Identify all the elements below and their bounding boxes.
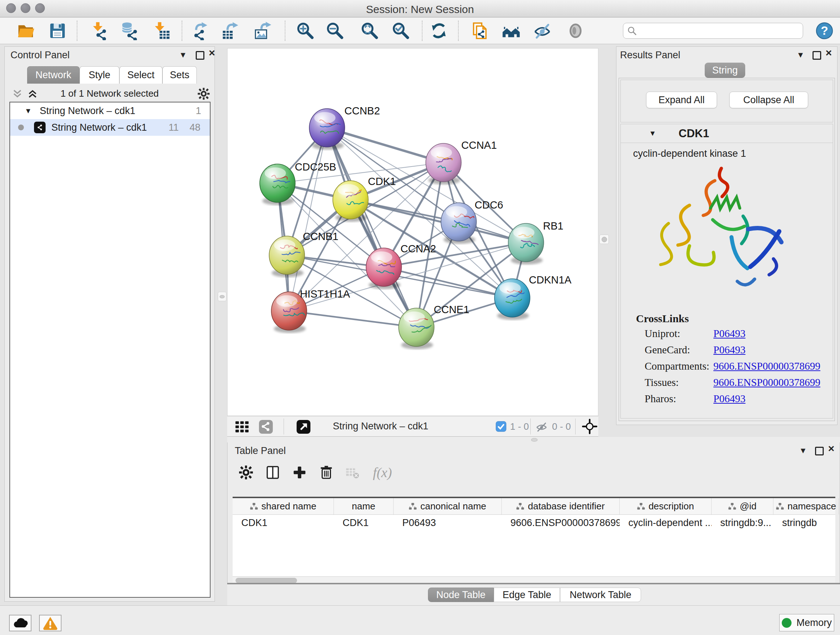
tree-expand-icon[interactable]: ▼ [25, 107, 32, 115]
table-gear-icon[interactable] [237, 463, 255, 481]
zoom-in-icon[interactable] [295, 20, 316, 41]
refresh-icon[interactable] [428, 20, 449, 41]
export-image-icon[interactable] [252, 20, 273, 41]
cell-namespace[interactable]: stringdb [774, 515, 839, 531]
tab-sets[interactable]: Sets [163, 66, 197, 84]
right-splitter-handle[interactable] [600, 234, 609, 244]
crosslink-link[interactable]: 9606.ENSP00000378699 [714, 360, 821, 372]
node-CDC6[interactable] [441, 203, 477, 244]
tab-network-table[interactable]: Network Table [560, 587, 641, 602]
detach-view-icon[interactable] [296, 419, 311, 434]
node-CCNA2[interactable] [366, 248, 401, 289]
node-CCNB1[interactable] [269, 236, 305, 277]
column-header-database-identifier[interactable]: database identifier [502, 498, 620, 515]
zoom-fit-icon[interactable] [359, 20, 380, 41]
homes-icon[interactable] [501, 20, 522, 41]
string-network-graph[interactable]: CCNB2CCNA1CDC25BCDK1CDC6RB1CCNB1CCNA2CDK… [227, 49, 598, 416]
edge-HIST1H1A-CCNE1[interactable] [289, 311, 416, 327]
node-CDKN1A[interactable] [494, 279, 530, 320]
left-splitter-handle[interactable] [218, 292, 226, 301]
cell-name[interactable]: CDK1 [334, 515, 393, 531]
function-builder-icon: f(x) [368, 463, 397, 481]
crosslink-link[interactable]: P06493 [714, 328, 745, 340]
column-header-canonical-name[interactable]: canonical name [393, 498, 502, 515]
birds-eye-view-icon[interactable] [234, 419, 249, 434]
collapse-all-button[interactable]: Collapse All [729, 92, 808, 108]
export-network-icon[interactable] [190, 20, 211, 41]
node-CDK1[interactable] [333, 181, 368, 222]
scrollbar-thumb[interactable] [235, 578, 297, 583]
tab-edge-table[interactable]: Edge Table [494, 587, 560, 602]
export-table-icon[interactable] [219, 20, 240, 41]
close-panel-icon[interactable]: × [826, 48, 832, 57]
node-label-CDC6: CDC6 [475, 199, 503, 211]
node-CCNA1[interactable] [426, 143, 461, 185]
search-input[interactable] [637, 25, 803, 36]
cell-shared-name[interactable]: CDK1 [233, 515, 334, 531]
edge-CCNB2-CCNA1[interactable] [327, 128, 444, 163]
column-header--id[interactable]: @id [712, 498, 774, 515]
network-row-selected[interactable]: String Network – cdk1 11 48 [10, 119, 210, 136]
tab-select[interactable]: Select [119, 66, 163, 84]
section-collapse-icon[interactable]: ▼ [649, 129, 656, 138]
document-share-icon[interactable] [470, 20, 491, 41]
node-CDC25B[interactable] [260, 164, 295, 205]
crosslink-link[interactable]: P06493 [714, 393, 745, 405]
import-table-icon[interactable] [151, 20, 172, 41]
expand-all-button[interactable]: Expand All [646, 92, 717, 108]
column-header-shared-name[interactable]: shared name [233, 498, 334, 515]
help-icon[interactable]: ? [814, 20, 835, 41]
tab-style[interactable]: Style [80, 66, 119, 84]
maximize-panel-icon[interactable] [196, 51, 204, 60]
tab-string[interactable]: String [705, 63, 745, 78]
cell-database-identifier[interactable]: 9606.ENSP00000378699 [502, 515, 620, 531]
delete-column-icon[interactable] [317, 463, 335, 481]
selected-checkbox-icon[interactable] [496, 421, 507, 432]
cell-description[interactable]: cyclin-dependent ... [620, 515, 712, 531]
gray-eye-icon[interactable] [565, 20, 586, 41]
column-header-name[interactable]: name [334, 498, 393, 515]
float-panel-icon[interactable]: ▼ [797, 50, 805, 60]
column-header-namespace[interactable]: namespace [774, 498, 839, 515]
edge-CCNB2-HIST1H1A[interactable] [289, 128, 327, 311]
tab-node-table[interactable]: Node Table [428, 587, 494, 602]
horizontal-splitter[interactable] [227, 437, 840, 442]
maximize-panel-icon[interactable] [813, 51, 821, 60]
network-view-canvas[interactable]: CCNB2CCNA1CDC25BCDK1CDC6RB1CCNB1CCNA2CDK… [227, 48, 598, 416]
hide-eye-icon[interactable] [532, 20, 553, 41]
crosshair-icon[interactable] [582, 418, 598, 434]
column-header-description[interactable]: description [620, 498, 712, 515]
close-panel-icon[interactable]: × [209, 48, 215, 57]
memory-button[interactable]: Memory [779, 614, 834, 631]
save-icon[interactable] [47, 20, 68, 41]
node-CCNB2[interactable] [309, 109, 345, 150]
splitter-grip[interactable] [531, 438, 538, 442]
node-CCNE1[interactable] [399, 308, 434, 349]
network-collection-row[interactable]: ▼ String Network – cdk1 1 [10, 103, 210, 119]
tab-network[interactable]: Network [27, 66, 80, 84]
crosslink-link[interactable]: 9606.ENSP00000378699 [714, 377, 821, 388]
node-label-CDKN1A: CDKN1A [529, 274, 572, 286]
float-panel-icon[interactable]: ▼ [179, 50, 187, 60]
maximize-panel-icon[interactable] [815, 447, 824, 455]
node-RB1[interactable] [508, 223, 544, 264]
gene-section-header[interactable]: ▼ CDK1 [621, 124, 833, 143]
show-columns-icon[interactable] [264, 463, 282, 481]
warning-icon[interactable] [39, 615, 62, 631]
network-share-icon[interactable] [258, 419, 273, 434]
table-row[interactable]: CDK1CDK1P064939606.ENSP00000378699cyclin… [233, 515, 835, 531]
create-column-icon[interactable] [291, 463, 309, 481]
close-panel-icon[interactable]: × [828, 444, 835, 453]
open-folder-icon[interactable] [15, 20, 36, 41]
zoom-out-icon[interactable] [325, 20, 346, 41]
import-network-icon[interactable] [89, 20, 110, 41]
crosslink-link[interactable]: P06493 [714, 344, 745, 356]
cell--id[interactable]: stringdb:9... [712, 515, 774, 531]
import-database-icon[interactable] [118, 20, 140, 41]
zoom-selected-icon[interactable] [390, 20, 411, 41]
float-panel-icon[interactable]: ▼ [799, 446, 807, 455]
node-count: 11 [169, 122, 179, 133]
cloud-icon[interactable] [9, 615, 32, 631]
cell-canonical-name[interactable]: P06493 [393, 515, 502, 531]
gear-icon[interactable] [197, 87, 210, 100]
